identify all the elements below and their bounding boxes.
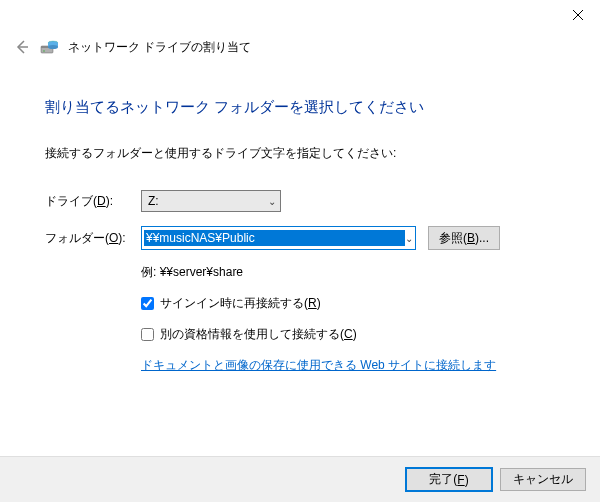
drive-value: Z:	[148, 194, 159, 208]
network-drive-icon	[40, 38, 58, 56]
reconnect-checkbox[interactable]	[141, 297, 154, 310]
credentials-checkbox[interactable]	[141, 328, 154, 341]
finish-button[interactable]: 完了(F)	[406, 468, 492, 491]
instruction-text: 接続するフォルダーと使用するドライブ文字を指定してください:	[45, 145, 555, 162]
close-button[interactable]	[555, 0, 600, 30]
footer: 完了(F) キャンセル	[0, 456, 600, 502]
folder-input-value: ¥¥musicNAS¥Public	[144, 230, 405, 246]
folder-row: フォルダー(O): ¥¥musicNAS¥Public ⌄ 参照(B)...	[45, 226, 555, 250]
chevron-down-icon: ⌄	[405, 233, 413, 244]
credentials-row: 別の資格情報を使用して接続する(C)	[141, 326, 555, 343]
back-arrow-icon	[14, 39, 30, 55]
wizard-header: ネットワーク ドライブの割り当て	[0, 30, 600, 60]
folder-label: フォルダー(O):	[45, 230, 141, 247]
reconnect-row: サインイン時に再接続する(R)	[141, 295, 555, 312]
close-icon	[573, 10, 583, 20]
wizard-title: ネットワーク ドライブの割り当て	[68, 39, 251, 56]
titlebar	[0, 0, 600, 30]
back-button[interactable]	[14, 39, 30, 55]
web-link-row: ドキュメントと画像の保存に使用できる Web サイトに接続します	[141, 357, 555, 374]
drive-row: ドライブ(D): Z: ⌄	[45, 190, 555, 212]
page-heading: 割り当てるネットワーク フォルダーを選択してください	[45, 98, 555, 117]
browse-button[interactable]: 参照(B)...	[428, 226, 500, 250]
reconnect-label[interactable]: サインイン時に再接続する(R)	[160, 295, 321, 312]
drive-select[interactable]: Z: ⌄	[141, 190, 281, 212]
drive-label: ドライブ(D):	[45, 193, 141, 210]
svg-point-5	[43, 50, 45, 52]
chevron-down-icon: ⌄	[268, 196, 276, 207]
credentials-label[interactable]: 別の資格情報を使用して接続する(C)	[160, 326, 357, 343]
content-area: 割り当てるネットワーク フォルダーを選択してください 接続するフォルダーと使用す…	[0, 60, 600, 374]
example-text: 例: ¥¥server¥share	[141, 264, 555, 281]
folder-combobox[interactable]: ¥¥musicNAS¥Public ⌄	[141, 226, 416, 250]
connect-website-link[interactable]: ドキュメントと画像の保存に使用できる Web サイトに接続します	[141, 358, 496, 372]
cancel-button[interactable]: キャンセル	[500, 468, 586, 491]
svg-point-8	[48, 45, 58, 49]
